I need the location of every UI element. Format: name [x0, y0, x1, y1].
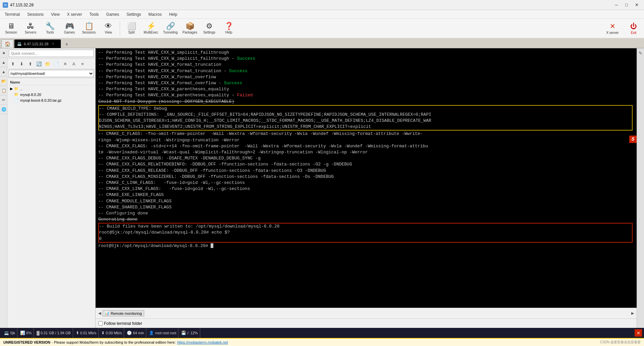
unregistered-bar: UNREGISTERED VERSION - Please support Mo…	[0, 338, 644, 346]
storage-bar-icon: ▓	[37, 331, 40, 335]
menu-help[interactable]: Help	[166, 11, 181, 17]
nav-clipboard-icon[interactable]: 📋	[0, 86, 7, 95]
follow-terminal-checkbox[interactable]	[98, 321, 103, 326]
nav-globe-icon[interactable]: 🌐	[0, 105, 7, 114]
close-status-icon[interactable]: ✕	[635, 329, 642, 337]
panel-left-arrow[interactable]: ◀	[98, 311, 101, 315]
terminal-line: -- Performing Test HAVE_CXX_W_parenthese…	[98, 86, 634, 92]
exit-icon: ⏻	[630, 22, 637, 30]
nav-back-icon[interactable]: ⬆	[9, 60, 17, 67]
tab-home-button[interactable]: 🏠	[1, 39, 13, 48]
tab-main[interactable]: 💻 6.47.115.32.28 ✕	[14, 39, 61, 48]
tab-label: 6.47.115.32.28	[24, 42, 48, 46]
red-highlight-box: -- Build files have been written to: /op…	[98, 223, 633, 243]
file-browser-toolbar: ⬆ ⬇ ⬆ 🔄 📁 📄 ✕ A ≡	[7, 59, 95, 69]
menu-icon[interactable]: ≡	[78, 60, 87, 67]
toolbar-multiexec-button[interactable]: ⚡ MultiExec	[142, 20, 160, 37]
terminal-line: Generating done	[98, 216, 634, 223]
xserver-label: X server	[606, 31, 619, 35]
toolbar-exit-button[interactable]: ⏻ Exit	[625, 20, 642, 37]
parent-folder-label: ..	[20, 87, 22, 91]
menu-sessions[interactable]: Sessions	[24, 11, 47, 17]
left-panel-inner: ⬆ ⬇ ⬆ 🔄 📁 📄 ✕ A ≡ /opt/mysql/download/	[7, 48, 95, 328]
toolbar-separator-1	[120, 21, 120, 36]
title-bar-controls: ─ □ ✕	[612, 1, 641, 9]
close-button[interactable]: ✕	[632, 1, 641, 9]
toolbar-packages-button[interactable]: 📦 Packages	[181, 20, 199, 37]
new-file-icon[interactable]: 📄	[52, 60, 60, 67]
folder-icon: 📁	[14, 92, 19, 97]
nav-forward-icon[interactable]: ⬇	[17, 60, 25, 67]
menu-tools[interactable]: Tools	[86, 11, 102, 17]
toolbar-games-button[interactable]: 🎮 Games	[60, 20, 78, 37]
terminal-line: -- CMAKE_CXX_FLAGS: -std=c++14 -fno-omit…	[98, 143, 634, 149]
nav-pencil-icon[interactable]: ✏	[0, 95, 7, 105]
tab-close-button[interactable]: ✕	[52, 42, 54, 46]
toolbar-servers-button[interactable]: 🖧 Servers	[21, 20, 40, 37]
right-edge-icon[interactable]: ✎	[637, 48, 644, 58]
terminal-line: -- CMAKE_CXX_LINK_FLAGS: -fuse-ld=gold -…	[98, 186, 634, 192]
quick-connect-input[interactable]	[9, 50, 94, 57]
sidebar-search-area	[7, 48, 95, 59]
monitoring-icon: 📊	[105, 311, 109, 315]
help-icon: ❓	[224, 22, 233, 30]
new-folder-icon[interactable]: 📁	[44, 60, 52, 67]
nav-refresh-icon[interactable]: 🔄	[35, 60, 43, 67]
toolbar-xserver-button[interactable]: ✕ X server	[602, 20, 623, 37]
rename-icon[interactable]: A	[70, 60, 78, 67]
terminal-scroll[interactable]: -- Performing Test HAVE_CXX_W_implicit_f…	[96, 48, 637, 308]
nav-folder-icon[interactable]: 📂	[0, 77, 7, 86]
nav-up-icon[interactable]: ⬆	[26, 60, 34, 67]
follow-terminal-label[interactable]: Follow terminal folder	[98, 321, 142, 326]
menu-games[interactable]: Games	[103, 11, 123, 17]
toolbar-tools-button[interactable]: 🔧 Tools	[41, 20, 59, 37]
new-tab-button[interactable]: +	[62, 41, 71, 48]
status-user: 👤 root root root	[147, 328, 178, 338]
path-selector-area: /opt/mysql/download/	[7, 69, 95, 78]
toolbar-settings-button[interactable]: ⚙ Settings	[200, 20, 218, 37]
split-icon: ⬜	[127, 22, 136, 30]
tree-item-mysql-folder[interactable]: 📁 mysql-8.0.20	[9, 92, 94, 97]
tree-item-parent[interactable]: ▶ 📁 ..	[9, 86, 94, 92]
tree-item-tarball[interactable]: 📄 mysql-boost-8.0.20.tar.gz	[9, 97, 94, 103]
nav-up1-icon[interactable]: ▲	[0, 58, 7, 67]
toolbar-games-label: Games	[64, 31, 75, 34]
toolbar-session-button[interactable]: 🖥 Session	[2, 20, 20, 37]
status-upload: ⬆ 0.01 Mb/s	[74, 328, 99, 338]
menu-settings[interactable]: Settings	[123, 11, 144, 17]
toolbar-tunneling-button[interactable]: 🔗 Tunneling	[161, 20, 179, 37]
menu-macros[interactable]: Macros	[145, 11, 165, 17]
user-status-text: root root root	[155, 331, 176, 335]
nav-up2-icon[interactable]: ▲	[0, 67, 7, 77]
title-bar: M 47.115.32.28 ─ □ ✕	[0, 0, 644, 10]
unregistered-link[interactable]: https://mobaxterm.mobatek.net	[177, 340, 228, 344]
terminal-line: -- Performing Test HAVE_CXX_W_parenthese…	[98, 92, 634, 98]
remote-monitoring-button[interactable]: 📊 Remote monitoring	[102, 310, 144, 316]
panel-right-arrow[interactable]: ▶	[631, 311, 634, 315]
menu-view[interactable]: View	[48, 11, 63, 17]
delete-icon[interactable]: ✕	[61, 60, 69, 67]
toolbar-help-button[interactable]: ❓ Help	[220, 20, 238, 37]
tools-icon: 🔧	[46, 22, 55, 30]
terminal-line: -- Performing Test HAVE_CXX_W_format_ove…	[98, 74, 634, 80]
menu-xserver[interactable]: X server	[64, 11, 86, 17]
toolbar-sessions-button[interactable]: 📋 Sessions	[80, 20, 98, 37]
minimize-button[interactable]: ─	[612, 1, 621, 9]
toolbar-session-label: Session	[5, 31, 17, 34]
nav-star-icon[interactable]: ★	[0, 48, 7, 58]
terminal-output: -- Performing Test HAVE_CXX_W_implicit_f…	[96, 48, 637, 250]
terminal-line: -- COMPILE_DEFINITIONS: _GNU_SOURCE;_FIL…	[99, 112, 632, 118]
games-icon: 🎮	[65, 22, 74, 30]
toolbar-split-button[interactable]: ⬜ Split	[122, 20, 141, 37]
upload-icon: ⬆	[76, 331, 79, 335]
left-panel: ★ ▲ ▲ 📂 📋 ✏ 🌐 ⬆ ⬇ ⬆ 🔄 📁	[0, 48, 96, 328]
terminal-line: DJSON_SCHEMA_USE_STDREGEX=1;HAVE_CONFIG_…	[99, 118, 632, 124]
path-dropdown[interactable]: /opt/mysql/download/	[9, 70, 94, 77]
yellow-highlight-box: -- CMAKE_BUILD_TYPE: Debug -- COMPILE_DE…	[98, 105, 633, 131]
menu-terminal[interactable]: Terminal	[1, 11, 23, 17]
status-time: 🕐 64 min	[125, 328, 146, 338]
toolbar-view-button[interactable]: 👁 View	[99, 20, 117, 37]
maximize-button[interactable]: □	[622, 1, 631, 9]
disk-status-text: /: 12%	[187, 331, 198, 335]
multiexec-icon: ⚡	[147, 22, 156, 30]
